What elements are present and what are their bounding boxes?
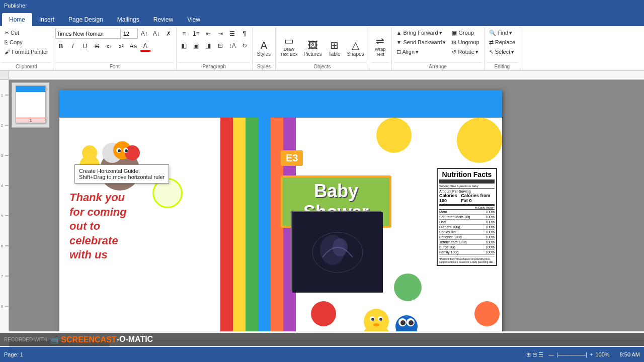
nutrition-cal-fat: 0	[469, 198, 471, 203]
pictures-icon: 🖼	[308, 40, 318, 51]
paragraph-mark-button[interactable]: ¶	[239, 28, 250, 39]
replace-button[interactable]: ⇄ Replace	[487, 38, 518, 47]
draw-text-box-icon: ▭	[284, 35, 294, 47]
svg-text:7: 7	[1, 275, 3, 278]
grow-font-button[interactable]: A↑	[139, 28, 150, 39]
stripe-red	[220, 118, 233, 331]
decrease-indent-button[interactable]: ⇤	[203, 28, 214, 39]
svg-text:8: 8	[1, 305, 3, 308]
thank-you-text[interactable]: Thank youfor comingout tocelebratewith u…	[69, 191, 127, 262]
app-title: Publisher	[4, 3, 27, 9]
zoom-slider[interactable]: |—————|	[556, 351, 587, 357]
pictures-button[interactable]: 🖼 Pictures	[301, 28, 325, 58]
ungroup-button[interactable]: ⊠ Ungroup	[449, 38, 481, 47]
svg-point-79	[82, 145, 97, 160]
ribbon-content: ✂ Cut ⎘ Copy 🖌 Format Painter Clipboard	[0, 26, 644, 70]
rotate-icon: ↺	[452, 49, 456, 55]
draw-text-box-button[interactable]: ▭ DrawText Box	[278, 28, 300, 58]
vertical-ruler[interactable]: 1 2 3 4 5 6 7 8	[0, 80, 9, 331]
matic-text: -O-MATIC	[117, 335, 153, 344]
stripe-yellow	[233, 118, 246, 331]
nutrition-disclaimer: *Percent daily values based on providing…	[439, 256, 495, 263]
italic-button[interactable]: I	[67, 41, 78, 52]
dot-10	[474, 301, 500, 326]
time-display: 8:50 AM	[620, 351, 640, 357]
tab-review[interactable]: Review	[146, 13, 180, 26]
styles-button[interactable]: A Styles	[255, 28, 273, 58]
svg-rect-0	[9, 71, 644, 80]
cut-button[interactable]: ✂ Cut	[2, 28, 51, 37]
font-name-input[interactable]	[55, 29, 121, 39]
vertical-align-button[interactable]: ↕A	[227, 40, 238, 51]
bold-button[interactable]: B	[55, 41, 66, 52]
replace-icon: ⇄	[489, 39, 494, 46]
group-clipboard: ✂ Cut ⎘ Copy 🖌 Format Painter Clipboard	[0, 27, 53, 70]
page-thumbnail[interactable]: 1	[16, 85, 46, 123]
tab-insert[interactable]: Insert	[32, 13, 61, 26]
format-painter-button[interactable]: 🖌 Format Painter	[2, 47, 51, 56]
table-icon: ⊞	[330, 39, 339, 51]
change-case-button[interactable]: Aa	[128, 41, 139, 52]
align-left-button[interactable]: ☰	[227, 28, 238, 39]
zoom-level: 100%	[596, 351, 610, 357]
justify-text-button[interactable]: ⊟	[215, 40, 226, 51]
table-button[interactable]: ⊞ Table	[326, 28, 344, 58]
align-button[interactable]: ⊟ Align ▾	[394, 47, 449, 56]
numbering-button[interactable]: 1≡	[191, 28, 202, 39]
align-left-text-button[interactable]: ◧	[179, 40, 190, 51]
blue-banner	[59, 90, 502, 118]
group-paragraph: ≡ 1≡ ⇤ ⇥ ☰ ¶ ◧ ▣ ◨ ⊟ ↕A ↻ Paragraph	[177, 27, 253, 70]
align-right-text-button[interactable]: ◨	[203, 40, 214, 51]
align-center-text-button[interactable]: ▣	[191, 40, 202, 51]
svg-point-71	[409, 320, 414, 325]
cut-icon: ✂	[5, 30, 9, 36]
underline-button[interactable]: U	[79, 41, 91, 52]
thumbnail-panel: 1	[12, 82, 49, 128]
canvas-area[interactable]: Create Horizontal Guide. Shift+Drag to m…	[9, 80, 644, 331]
tab-home[interactable]: Home	[2, 13, 32, 26]
stripe-blue	[258, 118, 271, 331]
send-backward-button[interactable]: ▼ Send Backward ▾	[394, 38, 449, 47]
dot-1	[376, 118, 412, 153]
copy-icon: ⎘	[5, 39, 8, 45]
clear-formatting-button[interactable]: ✗	[163, 28, 174, 39]
subscript-button[interactable]: x₂	[104, 41, 115, 52]
select-icon: ↖	[489, 49, 494, 55]
horizontal-ruler[interactable]	[9, 71, 644, 80]
superscript-button[interactable]: x²	[116, 41, 127, 52]
svg-text:5: 5	[1, 214, 3, 218]
tooltip-line1: Create Horizontal Guide.	[79, 168, 165, 174]
watermark-bar: RECORDED WITH 📹 SCREENCAST -O-MATIC	[0, 333, 644, 346]
shapes-icon: △	[352, 39, 359, 51]
font-size-input[interactable]	[122, 29, 138, 39]
strikethrough-button[interactable]: S	[92, 41, 103, 52]
ruler-area	[0, 71, 644, 80]
tab-page-design[interactable]: Page Design	[61, 13, 110, 26]
bring-forward-button[interactable]: ▲ Bring Forward ▾	[394, 28, 449, 37]
stripe-green	[246, 118, 258, 331]
nutrition-calories: 100	[439, 198, 447, 203]
find-button[interactable]: 🔍 Find ▾	[487, 28, 518, 37]
wrap-text-icon: ⇌	[376, 35, 384, 47]
select-button[interactable]: ↖ Select ▾	[487, 47, 518, 56]
view-icons[interactable]: ⊞ ⊟ ☰	[526, 351, 543, 358]
tab-view[interactable]: View	[180, 13, 207, 26]
increase-indent-button[interactable]: ⇥	[215, 28, 226, 39]
styles-icon: A	[261, 40, 267, 51]
group-button[interactable]: ▣ Group	[449, 28, 481, 37]
wrap-text-button[interactable]: ⇌ WrapText	[371, 28, 389, 58]
group-objects: ▭ DrawText Box 🖼 Pictures ⊞ Table △ Shap…	[276, 27, 369, 70]
copy-button[interactable]: ⎘ Copy	[2, 38, 51, 47]
cookie-monster-character	[386, 311, 427, 331]
text-direction-button[interactable]: ↻	[239, 40, 250, 51]
screencast-brand: 📹 SCREENCAST	[49, 335, 117, 344]
page-indicator: Page: 1	[4, 351, 23, 357]
bullets-button[interactable]: ≡	[179, 28, 190, 39]
tab-mailings[interactable]: Mailings	[110, 13, 146, 26]
nutrition-title: Nutrition Facts	[439, 170, 495, 184]
rotate-button[interactable]: ↺ Rotate ▾	[449, 47, 481, 56]
shapes-button[interactable]: △ Shapes	[345, 28, 367, 58]
group-font: A↑ A↓ ✗ B I U S x₂ x² Aa A Font	[53, 27, 177, 70]
font-color-button[interactable]: A	[140, 41, 151, 52]
shrink-font-button[interactable]: A↓	[151, 28, 162, 39]
